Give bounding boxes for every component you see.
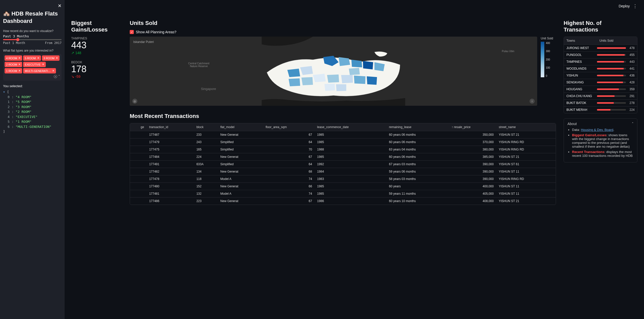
main-content: Deploy ⋮ Biggest Gains/Losses TAMPINES44…	[65, 0, 644, 319]
multiselect-label: What flat types are you interested in?	[3, 49, 62, 52]
kebab-menu-icon[interactable]: ⋮	[633, 3, 637, 9]
rank-row: YISHUN436	[564, 72, 637, 79]
about-data-link[interactable]: Housing & Dev. Board	[581, 128, 613, 132]
legend-gradient	[541, 42, 544, 77]
slider-thumb[interactable]	[16, 38, 19, 41]
rank-row: CHOA CHU KANG291	[564, 93, 637, 99]
table-row[interactable]: 177481132Model A74198559 years 11 months…	[130, 190, 556, 198]
gains-column: Biggest Gains/Losses TAMPINES443↗148BEDO…	[71, 20, 122, 205]
rank-heading: Highest No. of Transactions	[564, 20, 637, 33]
chip-remove-icon[interactable]: ✕	[18, 56, 21, 60]
about-data-label: Data:	[572, 128, 581, 132]
date-slider[interactable]	[3, 39, 62, 40]
map-column: Units Sold ✓ Show All Planning Areas?	[130, 20, 556, 205]
close-icon[interactable]: ✕	[58, 3, 62, 9]
right-column: Highest No. of Transactions Towns Units …	[564, 20, 637, 205]
table-header[interactable]: floor_area_sqm	[263, 123, 315, 131]
about-b1-strong: Biggest Gains/Losses	[572, 133, 607, 137]
map-legend: Unit Sold 4003002001000	[541, 37, 556, 106]
show-all-checkbox[interactable]: ✓	[130, 30, 134, 34]
rank-table: Towns Units Sold JURONG WEST478PUNGGOL45…	[564, 37, 637, 113]
rank-row: WOODLANDS441	[564, 65, 637, 72]
table-row[interactable]: 177480152New Generat66198560 years400,00…	[130, 183, 556, 190]
table-header[interactable]: lease_commence_date	[315, 123, 387, 131]
chip-remove-icon[interactable]: ✕	[42, 63, 44, 66]
about-b2-strong: Recent Transactions	[572, 150, 604, 154]
rank-row: HOUGANG359	[564, 86, 637, 93]
chip-remove-icon[interactable]: ✕	[56, 56, 58, 60]
table-header[interactable]: remaining_lease	[386, 123, 449, 131]
chevron-down-icon[interactable]: ˅	[58, 74, 60, 79]
map-svg	[130, 37, 537, 106]
map-mapbox-icon[interactable]: ◎	[132, 99, 137, 104]
legend-tick: 100	[546, 66, 550, 69]
map-heading: Units Sold	[130, 20, 556, 26]
table-header[interactable]: ge	[130, 123, 147, 131]
chip-remove-icon[interactable]: ✕	[52, 69, 54, 72]
rank-th-towns: Towns	[564, 37, 597, 44]
table-row[interactable]: 177479243Simplified64198560 years 06 mon…	[130, 139, 556, 146]
table-row[interactable]: 177486223New Generat67198660 years 10 mo…	[130, 198, 556, 205]
chip-remove-icon[interactable]: ✕	[37, 56, 39, 60]
recent-heading: Most Recent Transactions	[130, 113, 556, 119]
chip-remove-icon[interactable]: ✕	[18, 69, 21, 72]
chip[interactable]: 5 ROOM✕	[23, 55, 41, 61]
table-row[interactable]: 177478118Model A74198358 years 03 months…	[130, 175, 556, 183]
table-header[interactable]: ↑ resale_price	[449, 123, 496, 131]
chip-remove-icon[interactable]: ✕	[18, 63, 21, 66]
arrow-up-icon: ↗	[71, 51, 74, 55]
table-header[interactable]: transaction_id	[147, 123, 194, 131]
arrow-down-icon: ↘	[71, 74, 74, 79]
slider-min: Past 1 Month	[3, 41, 25, 45]
table-header[interactable]: block	[194, 123, 218, 131]
slider-max: From 2017	[45, 41, 62, 45]
table-header[interactable]: street_name	[496, 123, 556, 131]
table-row[interactable]: 177484224New Generat67198560 years 06 mo…	[130, 153, 556, 161]
chip[interactable]: EXECUTIVE✕	[23, 62, 46, 67]
legend-title: Unit Sold	[541, 37, 556, 40]
rank-row: BUKIT MERAH224	[564, 106, 637, 113]
recent-table[interactable]: getransaction_idblockflat_modelfloor_are…	[130, 123, 556, 205]
checkbox-label: Show All Planning Areas?	[136, 30, 177, 34]
about-panel: About ˄ Data: Housing & Dev. Board. Bigg…	[564, 118, 637, 162]
rank-row: SENGKANG428	[564, 79, 637, 86]
flat-type-multiselect[interactable]: 4 ROOM✕5 ROOM✕3 ROOM✕2 ROOM✕EXECUTIVE✕1 …	[3, 54, 62, 81]
rank-th-units: Units Sold	[597, 37, 637, 44]
slider-fill	[3, 39, 18, 40]
metric: BEDOK178↘-59	[71, 60, 122, 79]
selected-label: You selected:	[3, 84, 62, 88]
chip[interactable]: 2 ROOM✕	[5, 62, 22, 67]
clear-all-icon[interactable]: ⓧ	[54, 74, 57, 79]
chip[interactable]: 1 ROOM✕	[5, 68, 22, 73]
chip[interactable]: 4 ROOM✕	[5, 55, 22, 61]
chevron-up-icon: ˄	[632, 122, 634, 126]
gains-heading: Biggest Gains/Losses	[71, 20, 122, 33]
legend-tick: 300	[546, 50, 550, 53]
about-heading: About	[567, 122, 577, 126]
metric: TAMPINES443↗148	[71, 37, 122, 55]
table-header[interactable]: flat_model	[218, 123, 263, 131]
sidebar: ✕ 🏘️ HDB Resale Flats Dashboard How rece…	[0, 0, 65, 319]
slider-value: Past 3 Months	[3, 34, 62, 38]
rank-row: BUKIT BATOK278	[564, 99, 637, 106]
topbar: Deploy ⋮	[71, 3, 637, 10]
chip[interactable]: 3 ROOM✕	[42, 55, 60, 61]
legend-tick: 200	[546, 58, 550, 61]
table-row[interactable]: 177487233New Generat67198560 years 06 mo…	[130, 131, 556, 139]
map-info-icon[interactable]: i	[530, 99, 535, 104]
rank-row: JURONG WEST478	[564, 44, 637, 51]
slider-label: How recent do you want to visualize?	[3, 29, 62, 33]
table-row[interactable]: 177482134New Generat68198459 years 06 mo…	[130, 168, 556, 175]
legend-tick: 0	[546, 74, 550, 77]
json-view: ▾ [ 0 : "4 ROOM"1 : "5 ROOM"2 : "3 ROOM"…	[3, 89, 62, 134]
table-row[interactable]: 177475165Simplified70198863 years 04 mon…	[130, 146, 556, 153]
deploy-button[interactable]: Deploy	[619, 4, 630, 8]
rank-row: TAMPINES443	[564, 58, 637, 65]
about-toggle[interactable]: About ˄	[567, 122, 634, 126]
table-row[interactable]: 177491633ASimplified64199267 years 03 mo…	[130, 161, 556, 168]
json-caret-icon[interactable]: ▾	[3, 90, 5, 94]
chip[interactable]: MULTI-GENERATI…✕	[23, 68, 56, 73]
legend-tick: 400	[546, 42, 550, 44]
rank-row: PUNGGOL455	[564, 51, 637, 58]
choropleth-map[interactable]: Iskandar Puteri Singapore Central Catchm…	[130, 37, 537, 106]
